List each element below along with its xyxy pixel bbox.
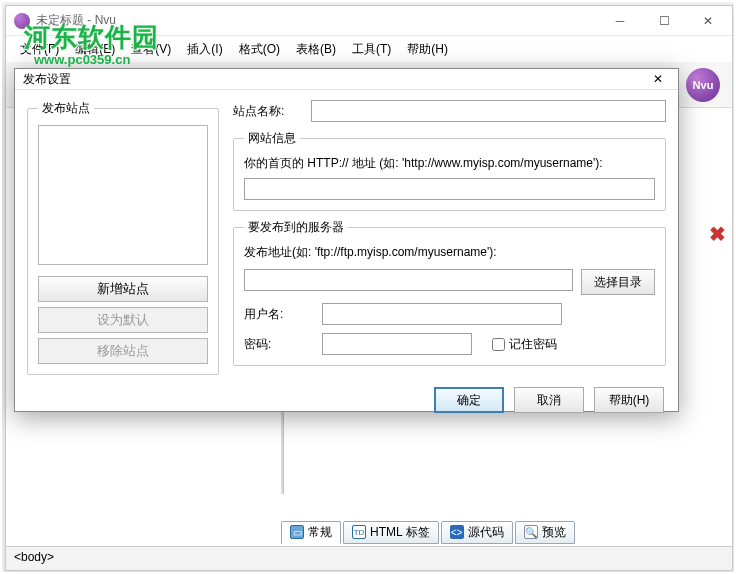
- dialog-help-button[interactable]: 帮助(H): [594, 387, 664, 413]
- nvu-logo-icon: Nvu: [686, 68, 720, 102]
- tab-html-tags[interactable]: TD HTML 标签: [343, 521, 439, 544]
- remove-site-button: 移除站点: [38, 338, 208, 364]
- publish-sites-group: 发布站点 新增站点 设为默认 移除站点: [27, 100, 219, 375]
- menu-file[interactable]: 文件(F): [14, 39, 65, 60]
- window-title: 未定标题 - Nvu: [36, 12, 598, 29]
- publish-server-group: 要发布到的服务器 发布地址(如: 'ftp://ftp.myisp.com/my…: [233, 219, 666, 366]
- ok-button[interactable]: 确定: [434, 387, 504, 413]
- username-input[interactable]: [322, 303, 562, 325]
- publish-settings-dialog: 发布设置 ✕ 发布站点 新增站点 设为默认 移除站点 站点名称: 网站信息 你的…: [14, 68, 679, 412]
- site-name-input[interactable]: [311, 100, 666, 122]
- remember-password-label: 记住密码: [509, 336, 557, 353]
- tab-source-label: 源代码: [468, 524, 504, 541]
- menu-table[interactable]: 表格(B): [290, 39, 342, 60]
- dialog-title: 发布设置: [23, 71, 646, 88]
- website-info-group: 网站信息 你的首页的 HTTP:// 地址 (如: 'http://www.my…: [233, 130, 666, 211]
- source-icon: <>: [450, 525, 464, 539]
- cancel-button[interactable]: 取消: [514, 387, 584, 413]
- menu-insert[interactable]: 插入(I): [181, 39, 228, 60]
- statusbar: <body>: [6, 546, 732, 570]
- menu-edit[interactable]: 编辑(E): [69, 39, 121, 60]
- tab-preview[interactable]: 🔍 预览: [515, 521, 575, 544]
- dialog-close-button[interactable]: ✕: [646, 69, 670, 89]
- editor-view-tabs: ▭ 常规 TD HTML 标签 <> 源代码 🔍 预览: [281, 520, 577, 544]
- maximize-button[interactable]: ☐: [642, 7, 686, 35]
- normal-icon: ▭: [290, 525, 304, 539]
- tab-normal[interactable]: ▭ 常规: [281, 521, 341, 544]
- publish-server-legend: 要发布到的服务器: [244, 219, 348, 236]
- dialog-footer: 确定 取消 帮助(H): [15, 381, 678, 425]
- password-label: 密码:: [244, 336, 314, 353]
- menu-format[interactable]: 格式(O): [233, 39, 286, 60]
- menubar: 文件(F) 编辑(E) 查看(V) 插入(I) 格式(O) 表格(B) 工具(T…: [6, 36, 732, 62]
- site-name-label: 站点名称:: [233, 103, 303, 120]
- remember-password-option[interactable]: 记住密码: [492, 336, 557, 353]
- remember-password-checkbox[interactable]: [492, 338, 505, 351]
- add-site-button[interactable]: 新增站点: [38, 276, 208, 302]
- app-icon: [14, 13, 30, 29]
- tab-preview-label: 预览: [542, 524, 566, 541]
- preview-icon: 🔍: [524, 525, 538, 539]
- password-input[interactable]: [322, 333, 472, 355]
- set-default-button: 设为默认: [38, 307, 208, 333]
- menu-tools[interactable]: 工具(T): [346, 39, 397, 60]
- homepage-input[interactable]: [244, 178, 655, 200]
- menu-view[interactable]: 查看(V): [125, 39, 177, 60]
- publish-address-label: 发布地址(如: 'ftp://ftp.myisp.com/myusername'…: [244, 244, 655, 261]
- dialog-titlebar: 发布设置 ✕: [15, 69, 678, 90]
- html-tags-icon: TD: [352, 525, 366, 539]
- homepage-label: 你的首页的 HTTP:// 地址 (如: 'http://www.myisp.c…: [244, 155, 655, 172]
- tab-source[interactable]: <> 源代码: [441, 521, 513, 544]
- tab-html-tags-label: HTML 标签: [370, 524, 430, 541]
- sites-listbox[interactable]: [38, 125, 208, 265]
- website-info-legend: 网站信息: [244, 130, 300, 147]
- delete-icon[interactable]: ✖: [709, 222, 726, 246]
- close-button[interactable]: ✕: [686, 7, 730, 35]
- username-label: 用户名:: [244, 306, 314, 323]
- choose-directory-button[interactable]: 选择目录: [581, 269, 655, 295]
- publish-address-input[interactable]: [244, 269, 573, 291]
- tab-normal-label: 常规: [308, 524, 332, 541]
- minimize-button[interactable]: ─: [598, 7, 642, 35]
- publish-sites-legend: 发布站点: [38, 100, 94, 117]
- menu-help[interactable]: 帮助(H): [401, 39, 454, 60]
- titlebar: 未定标题 - Nvu ─ ☐ ✕: [6, 6, 732, 36]
- dom-path: <body>: [14, 550, 54, 564]
